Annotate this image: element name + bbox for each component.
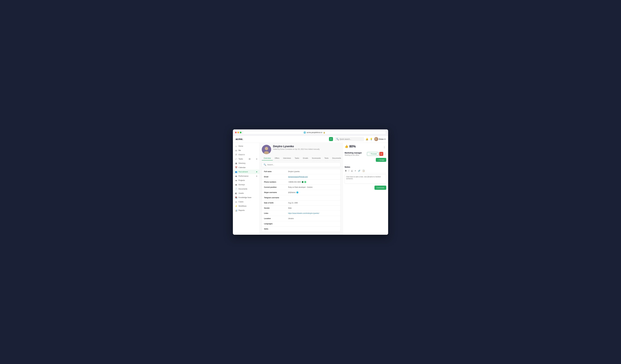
sidebar-item-surveys[interactable]: ◉ Surveys: [233, 183, 259, 187]
sidebar-item-assets[interactable]: ◧ Assets: [233, 191, 259, 195]
link-button[interactable]: 🔗: [358, 169, 361, 172]
list-button[interactable]: ≡: [354, 169, 356, 172]
bold-button[interactable]: B: [345, 169, 347, 172]
sidebar-item-projects[interactable]: ◈ Projects: [233, 178, 259, 183]
field-value-languages: [286, 221, 340, 226]
tab-offers[interactable]: Offers: [273, 156, 281, 160]
candidate-details-table: Full name Dmytro Lysenko Email dumanovaa…: [262, 169, 341, 232]
sidebar-item-documents[interactable]: 📄 Documents: [233, 187, 259, 191]
sidebar-item-cases[interactable]: 🗂 Cases: [233, 200, 259, 204]
user-menu[interactable]: EL Eloise ▾: [374, 137, 385, 141]
tab-emails[interactable]: Emails: [301, 156, 310, 160]
search-icon: 🔍: [336, 138, 339, 140]
tab-tests[interactable]: Tests: [323, 156, 330, 160]
surveys-icon: ◉: [235, 184, 237, 186]
sidebar-label-tasks: Tasks: [239, 158, 243, 160]
viber-icon[interactable]: 📱: [302, 181, 304, 183]
job-title: Marketing manager: [345, 152, 362, 154]
clock-icon: ⏱: [235, 154, 237, 156]
proceed-button[interactable]: → Proceed: [367, 152, 379, 156]
field-value-skills: [286, 226, 340, 231]
lock-icon: 🔒: [323, 132, 325, 133]
sidebar-item-recruitment[interactable]: 👥 Recruitment ▶: [233, 170, 259, 174]
assign-button[interactable]: + Assign: [376, 158, 386, 162]
field-label-full-name: Full name: [262, 169, 286, 174]
sidebar-label-calendar: Calendar: [239, 167, 246, 169]
notifications-icon[interactable]: 🔔: [366, 138, 368, 140]
performance-arrow: ▶: [256, 175, 257, 177]
table-row: Current position Ruby on Rails developer…: [262, 185, 340, 190]
notes-textarea[interactable]: [345, 174, 386, 184]
panel-more-button[interactable]: ⋮: [382, 146, 386, 149]
knowledge-base-icon: 📚: [235, 196, 237, 199]
home-icon: ⌂: [235, 145, 237, 147]
table-row: Location Ukraine: [262, 216, 340, 221]
job-actions: → Proceed ⊘ ⋮: [367, 152, 386, 156]
search-input[interactable]: [340, 138, 362, 140]
profile-search-icon: 🔍: [263, 163, 266, 166]
sidebar-label-recruitment: Recruitment: [239, 171, 248, 173]
underline-button[interactable]: U: [351, 169, 353, 172]
skype-username-text: @@tatsss: [288, 191, 296, 193]
maximize-dot[interactable]: [240, 132, 242, 133]
close-dot[interactable]: [235, 132, 237, 133]
reject-button[interactable]: ⊘: [379, 152, 383, 156]
field-value-location: Ukraine: [286, 216, 340, 221]
calendar-icon: 📅: [235, 167, 237, 169]
sidebar-item-calendar[interactable]: 📅 Calendar: [233, 165, 259, 170]
assign-row: + Assign: [345, 158, 386, 164]
tab-overview[interactable]: Overview: [262, 156, 273, 160]
sidebar-item-me[interactable]: ◎ Me: [233, 148, 259, 153]
copy-button[interactable]: 📋: [362, 169, 365, 172]
notes-section: Notes B i U ≡ 🔗 📋 Comment: [345, 166, 386, 190]
table-row: Telegram username: [262, 195, 340, 200]
field-value-position: Ruby on Rails developer - Gotoinc: [286, 185, 340, 190]
global-search[interactable]: 🔍: [335, 137, 364, 141]
comment-button[interactable]: Comment: [375, 186, 386, 190]
add-button[interactable]: +: [329, 137, 333, 141]
minimize-dot[interactable]: [237, 132, 239, 133]
field-label-location: Location: [262, 216, 286, 221]
field-value-email[interactable]: dumanovaaa1t@gmail.com: [286, 174, 340, 179]
sidebar-item-performance[interactable]: ◉ Performance ▶: [233, 174, 259, 178]
tab-scorecards[interactable]: Scorecards: [310, 156, 323, 160]
sidebar-item-reports[interactable]: 📊 Reports: [233, 208, 259, 212]
settings-icon[interactable]: 💡: [370, 138, 373, 140]
field-label-position: Current position: [262, 185, 286, 190]
tab-documents[interactable]: Documents: [330, 156, 343, 160]
main-layout: ⌂ Home ◎ Me ⏱ Clock in ✓ Tasks 2 ▶: [233, 143, 388, 235]
profile-tabs: Overview Offers Interviews Tasks Emails …: [262, 156, 341, 160]
profile-search[interactable]: 🔍: [262, 162, 341, 167]
profile-search-input[interactable]: [267, 164, 339, 166]
field-label-email: Email: [262, 174, 286, 179]
sidebar-item-clock-in[interactable]: ⏱ Clock in: [233, 153, 259, 157]
sidebar-item-knowledge-base[interactable]: 📚 Knowledge base: [233, 195, 259, 200]
italic-button[interactable]: i: [348, 169, 350, 172]
field-value-links[interactable]: https://www.linkedin.com/in/dmytro-lysen…: [286, 211, 340, 216]
field-label-skype: Skype username: [262, 190, 286, 195]
sidebar-item-workflows[interactable]: ⚡ Workflows: [233, 204, 259, 208]
sidebar-label-clock-in: Clock in: [239, 154, 245, 156]
field-value-skype: @@tatsss S: [286, 190, 340, 195]
sidebar-item-tasks[interactable]: ✓ Tasks 2 ▶: [233, 157, 259, 161]
candidate-added-info: Added by Eloise Constaine on Apr 28, 202…: [273, 148, 320, 150]
profile-header: Dmytro Lysenko Added by Eloise Constaine…: [262, 145, 341, 154]
directory-icon: ▦: [235, 162, 237, 164]
candidate-name: Dmytro Lysenko: [273, 145, 320, 148]
performance-icon: ◉: [235, 175, 237, 177]
tab-interviews[interactable]: Interviews: [281, 156, 293, 160]
score-percent: 80%: [349, 144, 356, 148]
score-bar: 👍 80%: [345, 144, 356, 148]
sidebar-item-home[interactable]: ⌂ Home: [233, 144, 259, 148]
job-more-button[interactable]: ⋮: [384, 153, 386, 155]
field-label-dob: Date of birth: [262, 200, 286, 206]
address-bar[interactable]: 🌐 acme.peopleforce.io 🔒: [243, 131, 386, 134]
whatsapp-icon[interactable]: W: [304, 181, 306, 183]
browser-traffic-lights: [235, 132, 242, 133]
field-value-dob: Aug 13, 1999: [286, 200, 340, 206]
tab-tasks[interactable]: Tasks: [293, 156, 301, 160]
documents-icon: 📄: [235, 188, 237, 190]
recruitment-icon: 👥: [235, 171, 237, 173]
skype-icon[interactable]: S: [296, 191, 298, 193]
sidebar-item-directory[interactable]: ▦ Directory: [233, 161, 259, 165]
